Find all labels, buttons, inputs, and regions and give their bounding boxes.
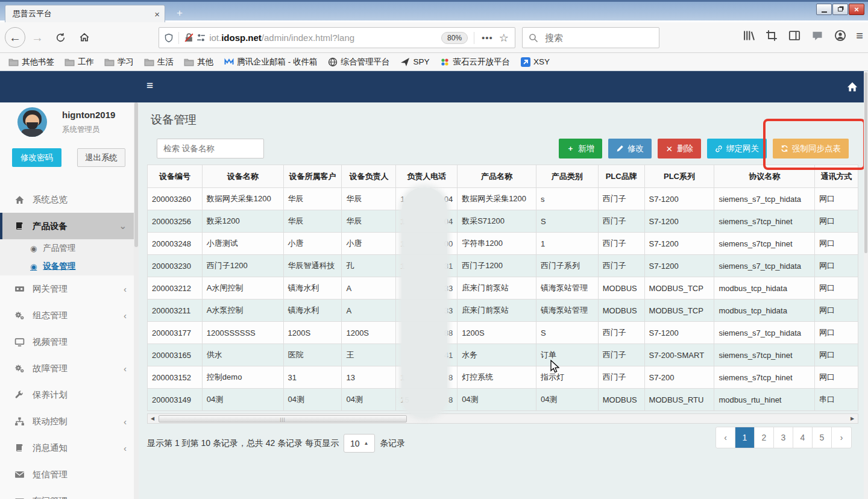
sidebar-item-workshop[interactable]: 车间管理	[0, 488, 139, 499]
sidebar-item-gateway[interactable]: 网关管理‹	[0, 275, 139, 302]
cell-no: 200003256	[148, 210, 203, 232]
back-button[interactable]: ←	[5, 27, 25, 48]
messages-icon[interactable]	[810, 28, 825, 43]
add-button[interactable]: +新增	[559, 139, 602, 158]
browser-search-input[interactable]	[544, 32, 634, 43]
table-row[interactable]: 200003230西门子1200华辰智通科技孔131西门子1200西门子系列西门…	[148, 255, 858, 277]
table-row[interactable]: 2000031771200SSSSSS1200S1200S881200SS西门子…	[148, 322, 858, 344]
sidebar-scrollbar[interactable]	[134, 102, 139, 499]
bookmark-item[interactable]: XSY	[520, 57, 550, 67]
bookmark-folder[interactable]: 学习	[104, 57, 134, 67]
sidebar-subitem-product-mgmt[interactable]: ◉产品管理	[0, 239, 139, 257]
scrollbar-thumb[interactable]: |||	[159, 415, 407, 422]
column-header[interactable]: 产品类别	[536, 165, 599, 187]
page-size-select[interactable]: 10▲	[344, 434, 375, 453]
logout-button[interactable]: 退出系统	[77, 148, 125, 167]
folder-icon	[104, 57, 115, 67]
scroll-right-icon[interactable]: ▶	[848, 414, 857, 423]
device-table: 设备编号设备名称设备所属客户设备负责人负责人电话产品名称产品类别PLC品牌PLC…	[147, 165, 858, 411]
sidebar-item-maintenance[interactable]: 保养计划	[0, 381, 139, 408]
column-header[interactable]: PLC品牌	[599, 165, 645, 187]
edit-button[interactable]: 修改	[608, 139, 652, 158]
device-search-input[interactable]	[157, 139, 264, 158]
column-header[interactable]: 设备负责人	[342, 165, 396, 187]
bookmark-star-icon[interactable]: ☆	[499, 31, 509, 45]
bookmark-item[interactable]: SPY	[400, 57, 430, 67]
reload-button[interactable]	[52, 30, 69, 45]
change-password-button[interactable]: 修改密码	[12, 148, 61, 167]
screenshot-tool-icon[interactable]	[764, 28, 779, 43]
cell-customer: 华辰	[284, 188, 342, 210]
table-row[interactable]: 20000314904测04测04测15804测04测MODBUSMODBUS_…	[148, 389, 858, 411]
bind-gateway-button[interactable]: 绑定网关	[707, 139, 767, 158]
insecure-lock-icon[interactable]	[183, 32, 195, 44]
table-row[interactable]: 200003256数采1200华辰华辰104数采S71200S西门子S7-120…	[148, 210, 858, 233]
browser-search-bar[interactable]	[522, 27, 659, 48]
folder-icon	[64, 57, 75, 67]
column-header[interactable]: PLC系列	[645, 165, 715, 187]
url-bar[interactable]: iot.idosp.net/admin/index.html?lang 80% …	[159, 27, 515, 48]
sidebars-icon[interactable]	[787, 28, 802, 43]
account-icon[interactable]	[833, 28, 848, 43]
table-row[interactable]: 200003260数据网关采集1200华辰华辰104数据网关采集1200s西门子…	[148, 188, 858, 210]
sidebar-toggle-icon[interactable]: ≡	[146, 79, 153, 92]
page-button-5[interactable]: 5	[813, 427, 832, 448]
forward-button[interactable]: →	[29, 30, 46, 45]
column-header[interactable]: 设备编号	[148, 165, 203, 187]
cell-category: 订单	[536, 344, 599, 366]
horizontal-scrollbar[interactable]: ◀ ||| ▶	[147, 413, 858, 424]
close-button[interactable]: ×	[849, 4, 864, 15]
cell-brand: 西门子	[599, 233, 645, 254]
sidebar-item-config[interactable]: 组态管理‹	[0, 302, 139, 328]
column-header[interactable]: 设备所属客户	[284, 165, 342, 187]
bookmark-item[interactable]: 萤石云开放平台	[440, 57, 511, 67]
browser-tab[interactable]: 思普云平台 ×	[5, 5, 165, 22]
bookmark-item[interactable]: 腾讯企业邮箱 - 收件箱	[224, 57, 318, 67]
table-row[interactable]: 200003211A水泵控制镇海水利A33庶来门前泵站镇海泵站管理MODBUSM…	[148, 300, 858, 322]
column-header[interactable]: 产品名称	[458, 165, 536, 187]
menu-icon[interactable]: ≡	[856, 29, 863, 43]
zoom-level-badge[interactable]: 80%	[441, 32, 468, 44]
table-row[interactable]: 200003248小唐测试小唐小唐100字符串12001西门子S7-1200si…	[148, 233, 858, 255]
cell-owner: A	[342, 300, 396, 321]
bookmark-item[interactable]: 综合管理平台	[328, 57, 390, 67]
tab-close-icon[interactable]: ×	[154, 9, 160, 19]
bookmark-folder[interactable]: 其他书签	[8, 57, 54, 67]
user-role: 系统管理员	[62, 125, 100, 135]
page-scrollbar[interactable]	[864, 71, 868, 499]
sidebar-item-fault[interactable]: 故障管理‹	[0, 355, 139, 381]
minimize-button[interactable]	[816, 4, 832, 15]
table-row[interactable]: 200003212A水闸控制镇海水利A33庶来门前泵站镇海泵站管理MODBUSM…	[148, 277, 858, 300]
prev-page-button[interactable]: ‹	[716, 427, 735, 448]
sidebar-item-sms[interactable]: 短信管理	[0, 461, 139, 488]
page-button-3[interactable]: 3	[774, 427, 793, 448]
scroll-left-icon[interactable]: ◀	[148, 414, 157, 423]
envelope-icon	[14, 469, 25, 480]
column-header[interactable]: 设备名称	[203, 165, 284, 187]
table-row[interactable]: 200003152控制demo311318灯控系统指示灯西门子S7-200sie…	[148, 366, 858, 389]
sidebar-item-linkage[interactable]: 联动控制‹	[0, 408, 139, 435]
next-page-button[interactable]: ›	[832, 427, 851, 448]
bookmark-folder[interactable]: 工作	[64, 57, 94, 67]
home-button[interactable]	[76, 30, 93, 45]
new-tab-button[interactable]: +	[171, 7, 188, 20]
page-button-1[interactable]: 1	[735, 427, 755, 448]
sidebar-subitem-device-mgmt[interactable]: ◉设备管理	[0, 257, 139, 275]
permissions-icon[interactable]	[195, 32, 207, 44]
page-actions-icon[interactable]: •••	[482, 33, 493, 43]
page-button-4[interactable]: 4	[793, 427, 813, 448]
library-icon[interactable]	[741, 28, 756, 43]
column-header[interactable]: 负责人电话	[396, 165, 458, 187]
sidebar-item-notification[interactable]: 消息通知‹	[0, 435, 139, 461]
shield-icon[interactable]	[163, 32, 175, 44]
sidebar-item-product-device[interactable]: 产品设备⌄	[0, 213, 139, 239]
bookmark-folder[interactable]: 生活	[144, 57, 174, 67]
delete-button[interactable]: ✕删除	[658, 139, 701, 158]
table-row[interactable]: 200003165供水医院王41水务订单西门子S7-200-SMARTsieme…	[148, 344, 858, 366]
sidebar-item-overview[interactable]: 系统总览	[0, 186, 139, 213]
sidebar-item-video[interactable]: 视频管理	[0, 328, 139, 355]
bookmark-folder[interactable]: 其他	[184, 57, 213, 67]
app-home-icon[interactable]	[845, 80, 860, 94]
page-button-2[interactable]: 2	[755, 427, 774, 448]
restore-button[interactable]	[832, 4, 848, 15]
